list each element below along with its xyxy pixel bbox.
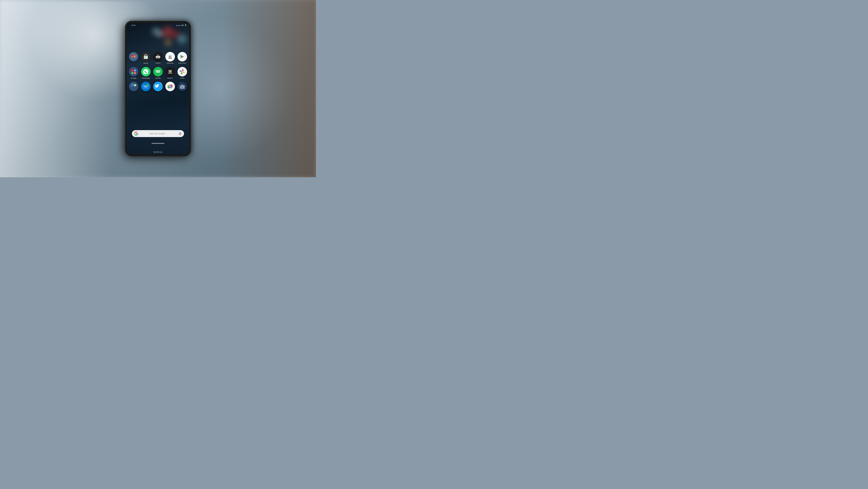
app-item-google[interactable]: Y G G M Google [128, 67, 139, 79]
svg-rect-33 [168, 73, 172, 74]
app-label-playstore: Play Store [178, 62, 186, 64]
bokeh-decoration [157, 31, 163, 37]
bokeh-decoration [177, 33, 187, 44]
svg-point-30 [153, 67, 163, 77]
app-icon-twint[interactable]: UBS twint [153, 52, 163, 61]
app-label-fotos: Fotos [180, 77, 184, 79]
svg-text:U: U [134, 56, 135, 58]
app-item-twitter[interactable]: 1 [153, 82, 163, 92]
app-icon-kalender[interactable]: AUG 31 [165, 52, 175, 61]
home-bar[interactable] [152, 143, 164, 144]
app-item-kalender[interactable]: AUG 31 Kalender [165, 52, 175, 64]
app-item-twint[interactable]: UBS twint TWINT [153, 52, 163, 64]
svg-text:31: 31 [168, 56, 172, 59]
app-icon-telefon[interactable]: 📞 💬 [129, 82, 138, 91]
app-icon-watson[interactable]: W [165, 67, 175, 77]
app-icon-google[interactable]: Y G G M [129, 67, 138, 77]
google-g-icon [134, 132, 138, 136]
app-icon-chrome[interactable] [165, 82, 175, 91]
app-item-watson[interactable]: W watson [165, 67, 175, 79]
app-item-folder[interactable]: S U [128, 52, 139, 64]
app-label-kalender: Kalender [167, 62, 174, 64]
svg-text:G: G [132, 73, 133, 74]
microphone-icon[interactable] [178, 132, 182, 135]
status-bar: 12:34 ▲▲▲ WiFi 🔋 [127, 23, 189, 27]
app-item-playstore[interactable]: Play Store [177, 52, 187, 64]
app-label-spotify: Spotify [155, 77, 161, 79]
svg-text:💬: 💬 [134, 84, 136, 87]
phone-wrapper: 12:34 ▲▲▲ WiFi 🔋 S [117, 10, 199, 167]
svg-point-55 [182, 87, 183, 88]
svg-text:G: G [134, 70, 135, 71]
svg-text:twint: twint [156, 56, 160, 58]
app-item-spotify[interactable]: Spotify [153, 67, 163, 79]
status-time: 12:34 [131, 24, 135, 26]
app-label-watson: watson [167, 77, 173, 79]
svg-text:📞: 📞 [131, 84, 134, 87]
app-item-fotos[interactable]: Fotos [177, 67, 187, 79]
svg-text:W: W [168, 69, 172, 73]
battery-icon: 🔋 [185, 24, 187, 26]
app-icon-camera[interactable] [178, 82, 187, 91]
search-placeholder: Sag "Hey Google"... [139, 133, 177, 135]
svg-text:Y: Y [132, 70, 133, 71]
signal-icon: ▲▲▲ [176, 25, 180, 26]
app-item-whatsapp[interactable]: WhatsApp [141, 67, 151, 79]
search-bar[interactable]: Sag "Hey Google"... [132, 130, 184, 137]
app-item-telefon[interactable]: 📞 💬 [128, 82, 139, 92]
svg-text:O: O [147, 84, 148, 86]
app-item-outlook[interactable]: O [141, 82, 151, 92]
app-label-bring: Bring! [144, 62, 148, 64]
phone-screen: 12:34 ▲▲▲ WiFi 🔋 S [127, 23, 189, 154]
app-icon-folder[interactable]: S U [129, 52, 138, 61]
svg-point-35 [129, 82, 138, 91]
app-grid: S U [128, 52, 188, 92]
app-icon-twitter[interactable]: 1 [153, 82, 163, 91]
svg-point-56 [184, 86, 185, 86]
app-icon-outlook[interactable]: O [141, 82, 151, 91]
app-item-camera[interactable] [177, 82, 187, 92]
svg-text:M: M [134, 73, 135, 74]
app-label-twint: TWINT [155, 62, 161, 64]
bg-left-light [0, 0, 111, 177]
app-item-bring[interactable]: Bring! [141, 52, 151, 64]
svg-rect-53 [181, 85, 183, 86]
app-icon-playstore[interactable] [178, 52, 187, 61]
phone-body: 12:34 ▲▲▲ WiFi 🔋 S [125, 21, 190, 156]
svg-text:S: S [132, 56, 133, 58]
svg-point-50 [170, 86, 171, 87]
nokia-brand: NOKIA [153, 151, 162, 153]
app-icon-whatsapp[interactable] [141, 67, 151, 77]
bg-right-brown [221, 0, 316, 177]
app-icon-fotos[interactable] [178, 67, 187, 77]
wifi-icon: WiFi [181, 25, 184, 26]
status-icons: ▲▲▲ WiFi 🔋 [176, 24, 187, 26]
svg-text:UBS: UBS [157, 55, 159, 56]
app-label-whatsapp: WhatsApp [142, 77, 150, 79]
app-icon-spotify[interactable] [153, 67, 163, 77]
app-label-google: Google [131, 77, 136, 79]
app-icon-bring[interactable] [141, 52, 151, 61]
svg-point-20 [129, 67, 138, 77]
app-item-chrome[interactable] [165, 82, 175, 92]
bokeh-decoration [164, 39, 172, 46]
twitter-badge: 1 [160, 82, 162, 84]
